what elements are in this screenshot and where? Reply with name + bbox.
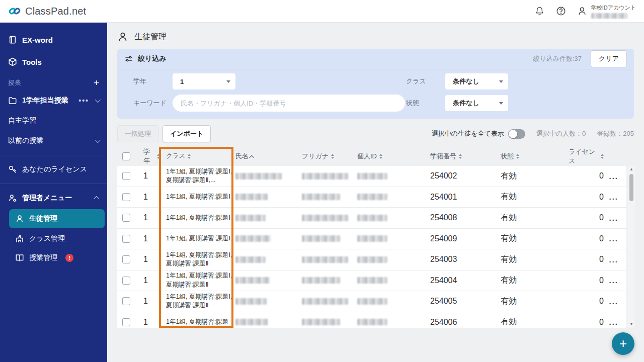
sort-ascending-icon[interactable] <box>249 155 254 160</box>
clear-filter-button[interactable]: クリア <box>591 50 627 67</box>
row-menu-icon[interactable]: ... <box>609 297 618 306</box>
folder-icon <box>8 96 17 105</box>
row-menu-icon[interactable]: ... <box>609 276 618 285</box>
status-filter-label: 状態 <box>406 99 445 108</box>
cell-personal-id-redacted <box>357 270 430 291</box>
sidebar-divider <box>0 184 107 184</box>
status-filter-select[interactable]: 条件なし <box>445 95 508 111</box>
add-student-fab[interactable]: + <box>612 332 634 355</box>
sidebar-item-student-management[interactable]: 生徒管理 <box>9 209 105 228</box>
row-checkbox[interactable] <box>122 235 130 243</box>
row-checkbox[interactable] <box>122 255 130 263</box>
notification-bell-icon[interactable] <box>535 6 545 16</box>
sidebar-item-lesson-management[interactable]: 授業管理 ! <box>0 248 107 267</box>
sort-icon[interactable] <box>601 154 604 159</box>
show-selected-toggle[interactable] <box>508 129 525 139</box>
cell-license: 0 <box>569 166 604 187</box>
row-checkbox[interactable] <box>122 277 130 285</box>
filter-panel: 絞り込み 絞り込み件数:37 クリア 学年 1 クラス 条件なし キ <box>117 49 634 119</box>
sidebar-item-lesson-folder[interactable]: 1学年担当授業 ••• <box>0 90 107 111</box>
cell-name-redacted <box>232 166 302 187</box>
sort-icon[interactable] <box>331 154 334 159</box>
admin-person-gear-icon <box>8 194 17 203</box>
sort-icon[interactable] <box>516 154 519 159</box>
sidebar-label-student-management: 生徒管理 <box>29 214 57 223</box>
cell-personal-id-redacted <box>357 249 430 270</box>
row-menu-icon[interactable]: ... <box>609 193 618 201</box>
cell-furigana-redacted <box>302 312 357 328</box>
table-row: 1 1年1組, 夏期講習:課題Ⅰ, 夏期講習:課題Ⅱ 254004 有効 0 .… <box>117 270 626 292</box>
keyword-input[interactable] <box>173 95 405 112</box>
sidebar-item-your-license[interactable]: あなたのライセンス <box>0 159 107 179</box>
sidebar-label-class-management: クラス管理 <box>29 234 65 243</box>
sidebar-label-lesson-folder: 1学年担当授業 <box>22 96 68 105</box>
cell-name-redacted <box>232 291 302 312</box>
table-body: 1 1年1組, 夏期講習:課題Ⅰ, 夏期講習:課題Ⅱ,... 254002 有効… <box>117 166 626 328</box>
grade-select[interactable]: 1 <box>173 73 235 89</box>
row-checkbox[interactable] <box>122 214 130 222</box>
sort-icon[interactable] <box>459 154 462 159</box>
folder-more-icon[interactable]: ••• <box>78 97 89 105</box>
key-icon <box>8 165 17 174</box>
dictionary-icon <box>8 35 17 44</box>
select-all-checkbox[interactable] <box>122 152 130 160</box>
sidebar-item-self-study[interactable]: 自主学習 <box>0 111 107 131</box>
table-scrollbar[interactable]: ▲ ▼ <box>628 166 635 328</box>
bulk-action-button[interactable]: 一括処理 <box>117 125 158 142</box>
classpad-logo[interactable]: ClassPad.net <box>8 5 86 18</box>
account-name-redacted <box>591 13 627 19</box>
cell-license: 0 <box>569 187 604 208</box>
row-menu-icon[interactable]: ... <box>609 214 618 222</box>
sidebar-item-class-management[interactable]: クラス管理 <box>0 229 107 248</box>
cell-status: 有効 <box>501 229 569 249</box>
page-title: 生徒管理 <box>107 23 644 49</box>
header-personal-id: 個人ID <box>357 152 377 161</box>
admin-chevron-up-icon[interactable] <box>94 196 99 202</box>
cell-status: 有効 <box>501 291 569 312</box>
row-menu-icon[interactable]: ... <box>609 234 618 243</box>
table-row: 1 1年1組, 夏期講習:課題Ⅰ 254001 有効 0 ... <box>117 187 626 208</box>
scrollbar-thumb[interactable] <box>629 174 633 201</box>
row-menu-icon[interactable]: ... <box>609 318 618 326</box>
sidebar-label-admin-menu: 管理者メニュー <box>22 194 72 203</box>
cell-class: 1年1組, 夏期講習:課題Ⅰ <box>160 187 232 208</box>
cell-license: 0 <box>569 312 604 328</box>
filter-sliders-icon <box>124 54 133 63</box>
sidebar-item-admin-menu[interactable]: 管理者メニュー <box>0 188 107 208</box>
cell-furigana-redacted <box>302 270 357 291</box>
sort-icon[interactable] <box>379 154 382 159</box>
help-icon[interactable] <box>556 6 566 16</box>
class-filter-label: クラス <box>406 77 445 86</box>
add-lesson-icon[interactable]: + <box>94 78 99 87</box>
sidebar-item-tools[interactable]: Tools <box>0 51 107 73</box>
row-checkbox[interactable] <box>122 172 130 180</box>
previous-chevron-down-icon[interactable] <box>95 137 101 143</box>
cell-furigana-redacted <box>302 229 357 249</box>
cell-student-number: 254009 <box>430 229 501 249</box>
scroll-up-icon[interactable]: ▲ <box>629 166 633 173</box>
class-filter-select[interactable]: 条件なし <box>445 73 508 89</box>
cell-class: 1年1組, 夏期講習:課題Ⅰ, 夏期講習:課題Ⅱ <box>160 249 232 270</box>
row-checkbox[interactable] <box>122 297 130 305</box>
import-button[interactable]: インポート <box>163 125 211 142</box>
cell-name-redacted <box>232 187 302 208</box>
row-menu-icon[interactable]: ... <box>609 172 618 180</box>
tools-cube-icon <box>8 57 17 66</box>
account-menu[interactable]: 学校IDアカウント <box>577 4 636 19</box>
status-filter-value: 条件なし <box>453 99 479 108</box>
cell-furigana-redacted <box>302 249 357 270</box>
cell-status: 有効 <box>501 208 569 228</box>
row-menu-icon[interactable]: ... <box>609 255 618 264</box>
scroll-down-icon[interactable]: ▼ <box>629 321 633 328</box>
sort-icon[interactable] <box>188 154 191 159</box>
sidebar-item-ex-word[interactable]: EX-word <box>0 29 107 51</box>
folder-chevron-down-icon[interactable] <box>95 97 101 103</box>
cell-furigana-redacted <box>302 208 357 228</box>
sidebar-item-previous-lessons[interactable]: 以前の授業 <box>0 131 107 151</box>
cell-name-redacted <box>232 229 302 249</box>
book-icon <box>15 253 24 262</box>
row-checkbox[interactable] <box>122 193 130 201</box>
row-checkbox[interactable] <box>122 318 130 326</box>
cell-status: 有効 <box>501 187 569 208</box>
header-furigana: フリガナ <box>302 152 329 161</box>
